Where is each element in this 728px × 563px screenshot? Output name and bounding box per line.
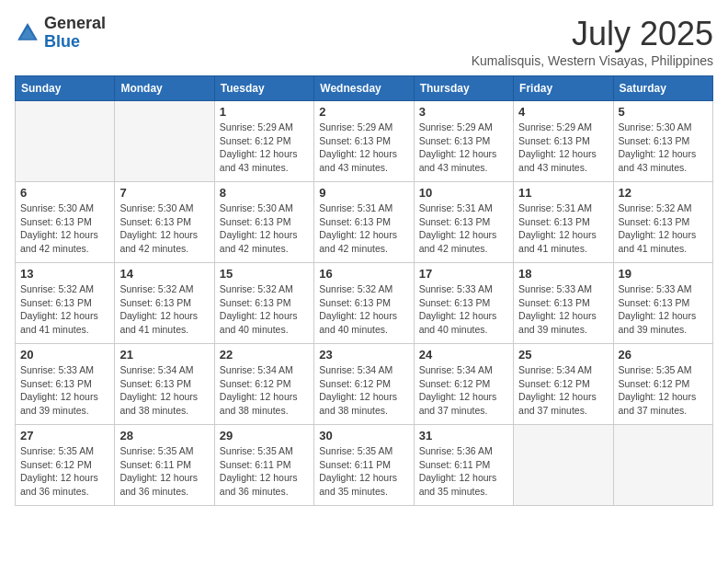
day-detail: Sunrise: 5:33 AM Sunset: 6:13 PM Dayligh… bbox=[20, 363, 109, 418]
logo-general-text: General bbox=[44, 14, 106, 32]
title-block: July 2025 Kumalisquis, Western Visayas, … bbox=[472, 15, 713, 68]
day-number: 1 bbox=[220, 105, 309, 119]
day-number: 31 bbox=[419, 429, 508, 442]
day-detail: Sunrise: 5:32 AM Sunset: 6:13 PM Dayligh… bbox=[20, 282, 109, 337]
calendar-cell bbox=[115, 101, 214, 182]
day-header-saturday: Saturday bbox=[613, 76, 712, 101]
day-number: 6 bbox=[20, 186, 109, 200]
calendar-cell: 26Sunrise: 5:35 AM Sunset: 6:12 PM Dayli… bbox=[613, 344, 712, 425]
day-number: 13 bbox=[20, 267, 109, 281]
day-detail: Sunrise: 5:33 AM Sunset: 6:13 PM Dayligh… bbox=[419, 282, 508, 337]
day-detail: Sunrise: 5:34 AM Sunset: 6:12 PM Dayligh… bbox=[518, 363, 608, 418]
calendar-cell: 27Sunrise: 5:35 AM Sunset: 6:12 PM Dayli… bbox=[16, 425, 115, 506]
calendar-cell: 4Sunrise: 5:29 AM Sunset: 6:13 PM Daylig… bbox=[514, 101, 613, 182]
day-number: 19 bbox=[619, 267, 708, 281]
day-number: 21 bbox=[119, 348, 209, 362]
calendar-cell: 7Sunrise: 5:30 AM Sunset: 6:13 PM Daylig… bbox=[115, 182, 214, 263]
day-detail: Sunrise: 5:34 AM Sunset: 6:12 PM Dayligh… bbox=[319, 363, 408, 418]
calendar-cell: 5Sunrise: 5:30 AM Sunset: 6:13 PM Daylig… bbox=[613, 101, 712, 182]
day-number: 5 bbox=[619, 105, 708, 119]
calendar-cell: 12Sunrise: 5:32 AM Sunset: 6:13 PM Dayli… bbox=[613, 182, 712, 263]
day-detail: Sunrise: 5:35 AM Sunset: 6:12 PM Dayligh… bbox=[619, 363, 708, 418]
day-header-tuesday: Tuesday bbox=[214, 76, 313, 101]
day-detail: Sunrise: 5:35 AM Sunset: 6:11 PM Dayligh… bbox=[119, 444, 209, 499]
logo: General Blue bbox=[15, 15, 106, 52]
calendar-cell: 19Sunrise: 5:33 AM Sunset: 6:13 PM Dayli… bbox=[613, 263, 712, 344]
calendar-cell: 14Sunrise: 5:32 AM Sunset: 6:13 PM Dayli… bbox=[115, 263, 214, 344]
day-number: 12 bbox=[619, 186, 708, 200]
day-detail: Sunrise: 5:29 AM Sunset: 6:13 PM Dayligh… bbox=[319, 121, 408, 175]
day-number: 26 bbox=[619, 348, 708, 362]
month-year: July 2025 bbox=[472, 15, 713, 53]
day-detail: Sunrise: 5:36 AM Sunset: 6:11 PM Dayligh… bbox=[419, 444, 508, 499]
day-header-friday: Friday bbox=[514, 76, 613, 101]
day-detail: Sunrise: 5:35 AM Sunset: 6:11 PM Dayligh… bbox=[220, 444, 309, 499]
calendar-cell: 20Sunrise: 5:33 AM Sunset: 6:13 PM Dayli… bbox=[16, 344, 115, 425]
day-number: 25 bbox=[518, 348, 608, 362]
day-number: 24 bbox=[419, 348, 508, 362]
day-number: 14 bbox=[119, 267, 209, 281]
calendar-cell: 21Sunrise: 5:34 AM Sunset: 6:13 PM Dayli… bbox=[115, 344, 214, 425]
day-detail: Sunrise: 5:32 AM Sunset: 6:13 PM Dayligh… bbox=[220, 282, 309, 337]
day-header-thursday: Thursday bbox=[414, 76, 513, 101]
day-number: 27 bbox=[20, 429, 109, 442]
calendar-cell: 6Sunrise: 5:30 AM Sunset: 6:13 PM Daylig… bbox=[16, 182, 115, 263]
calendar-cell bbox=[514, 425, 613, 506]
week-row-3: 13Sunrise: 5:32 AM Sunset: 6:13 PM Dayli… bbox=[16, 263, 713, 344]
day-header-monday: Monday bbox=[115, 76, 214, 101]
day-header-wednesday: Wednesday bbox=[314, 76, 414, 101]
calendar-cell: 17Sunrise: 5:33 AM Sunset: 6:13 PM Dayli… bbox=[414, 263, 513, 344]
day-detail: Sunrise: 5:31 AM Sunset: 6:13 PM Dayligh… bbox=[419, 201, 508, 256]
day-detail: Sunrise: 5:30 AM Sunset: 6:13 PM Dayligh… bbox=[619, 121, 708, 175]
day-number: 8 bbox=[220, 186, 309, 200]
day-number: 2 bbox=[319, 105, 408, 119]
day-number: 28 bbox=[119, 429, 209, 442]
day-detail: Sunrise: 5:32 AM Sunset: 6:13 PM Dayligh… bbox=[319, 282, 408, 337]
day-number: 3 bbox=[419, 105, 508, 119]
calendar-cell: 22Sunrise: 5:34 AM Sunset: 6:12 PM Dayli… bbox=[214, 344, 313, 425]
calendar-cell: 9Sunrise: 5:31 AM Sunset: 6:13 PM Daylig… bbox=[314, 182, 414, 263]
day-detail: Sunrise: 5:30 AM Sunset: 6:13 PM Dayligh… bbox=[119, 201, 209, 256]
day-detail: Sunrise: 5:32 AM Sunset: 6:13 PM Dayligh… bbox=[119, 282, 209, 337]
logo-blue-text: Blue bbox=[44, 32, 80, 51]
calendar-cell: 8Sunrise: 5:30 AM Sunset: 6:13 PM Daylig… bbox=[214, 182, 313, 263]
calendar-cell: 11Sunrise: 5:31 AM Sunset: 6:13 PM Dayli… bbox=[514, 182, 613, 263]
calendar-cell: 24Sunrise: 5:34 AM Sunset: 6:12 PM Dayli… bbox=[414, 344, 513, 425]
week-row-1: 1Sunrise: 5:29 AM Sunset: 6:12 PM Daylig… bbox=[16, 101, 713, 182]
day-number: 4 bbox=[518, 105, 608, 119]
calendar-cell: 25Sunrise: 5:34 AM Sunset: 6:12 PM Dayli… bbox=[514, 344, 613, 425]
day-detail: Sunrise: 5:35 AM Sunset: 6:11 PM Dayligh… bbox=[319, 444, 408, 499]
day-detail: Sunrise: 5:29 AM Sunset: 6:12 PM Dayligh… bbox=[220, 121, 309, 175]
calendar-header: SundayMondayTuesdayWednesdayThursdayFrid… bbox=[16, 76, 713, 101]
calendar-cell: 10Sunrise: 5:31 AM Sunset: 6:13 PM Dayli… bbox=[414, 182, 513, 263]
calendar-cell bbox=[613, 425, 712, 506]
day-number: 22 bbox=[220, 348, 309, 362]
day-detail: Sunrise: 5:35 AM Sunset: 6:12 PM Dayligh… bbox=[20, 444, 109, 499]
day-number: 10 bbox=[419, 186, 508, 200]
day-detail: Sunrise: 5:34 AM Sunset: 6:13 PM Dayligh… bbox=[119, 363, 209, 418]
day-detail: Sunrise: 5:31 AM Sunset: 6:13 PM Dayligh… bbox=[319, 201, 408, 256]
day-number: 11 bbox=[518, 186, 608, 200]
day-number: 17 bbox=[419, 267, 508, 281]
calendar-cell: 23Sunrise: 5:34 AM Sunset: 6:12 PM Dayli… bbox=[314, 344, 414, 425]
day-number: 7 bbox=[119, 186, 209, 200]
calendar-cell: 30Sunrise: 5:35 AM Sunset: 6:11 PM Dayli… bbox=[314, 425, 414, 506]
calendar-cell: 28Sunrise: 5:35 AM Sunset: 6:11 PM Dayli… bbox=[115, 425, 214, 506]
calendar-cell: 18Sunrise: 5:33 AM Sunset: 6:13 PM Dayli… bbox=[514, 263, 613, 344]
calendar-cell: 29Sunrise: 5:35 AM Sunset: 6:11 PM Dayli… bbox=[214, 425, 313, 506]
location: Kumalisquis, Western Visayas, Philippine… bbox=[472, 53, 713, 68]
day-header-sunday: Sunday bbox=[16, 76, 115, 101]
day-detail: Sunrise: 5:34 AM Sunset: 6:12 PM Dayligh… bbox=[220, 363, 309, 418]
week-row-2: 6Sunrise: 5:30 AM Sunset: 6:13 PM Daylig… bbox=[16, 182, 713, 263]
day-number: 9 bbox=[319, 186, 408, 200]
logo-icon bbox=[15, 20, 40, 46]
calendar-cell: 16Sunrise: 5:32 AM Sunset: 6:13 PM Dayli… bbox=[314, 263, 414, 344]
day-number: 15 bbox=[220, 267, 309, 281]
day-number: 20 bbox=[20, 348, 109, 362]
calendar-cell: 31Sunrise: 5:36 AM Sunset: 6:11 PM Dayli… bbox=[414, 425, 513, 506]
day-detail: Sunrise: 5:32 AM Sunset: 6:13 PM Dayligh… bbox=[619, 201, 708, 256]
week-row-4: 20Sunrise: 5:33 AM Sunset: 6:13 PM Dayli… bbox=[16, 344, 713, 425]
week-row-5: 27Sunrise: 5:35 AM Sunset: 6:12 PM Dayli… bbox=[16, 425, 713, 506]
calendar-table: SundayMondayTuesdayWednesdayThursdayFrid… bbox=[15, 75, 713, 506]
day-number: 23 bbox=[319, 348, 408, 362]
